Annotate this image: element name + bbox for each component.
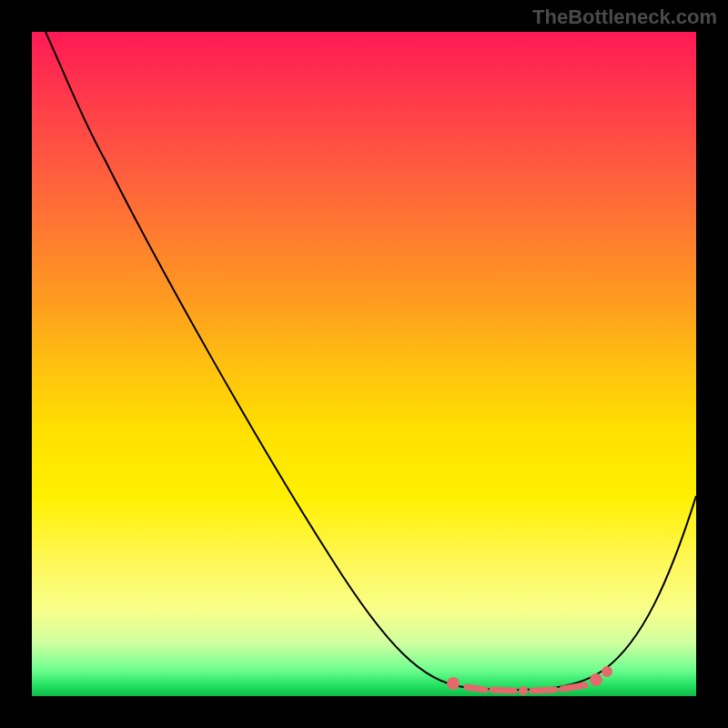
- watermark-text: TheBottleneck.com: [532, 5, 717, 29]
- optimal-zone-dash: [562, 685, 585, 689]
- optimal-point-dot: [602, 666, 612, 677]
- bottleneck-curve-path: [46, 32, 696, 690]
- bottleneck-curve-svg: [32, 32, 696, 696]
- optimal-point-dot: [447, 677, 460, 690]
- optimal-point-dot: [590, 673, 602, 686]
- optimal-point-dot: [519, 686, 528, 695]
- optimal-zone-dash: [532, 690, 555, 691]
- optimal-zone-dash: [467, 687, 485, 690]
- optimal-zone-dash: [492, 690, 514, 691]
- chart-plot-area: [32, 32, 696, 696]
